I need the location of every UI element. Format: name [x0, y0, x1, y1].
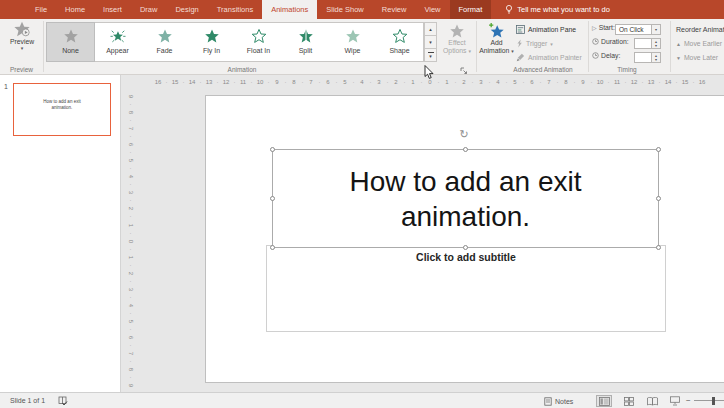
gray-star-icon	[63, 28, 79, 44]
animation-painter-brush-icon	[516, 53, 525, 62]
outline-star-icon	[251, 28, 267, 44]
tab-view[interactable]: View	[415, 0, 449, 19]
start-label-row: ▷ Start:	[592, 24, 615, 31]
effect-options-dropdown-icon: ▾	[468, 48, 471, 54]
reorder-animation-label: Reorder Animation	[676, 26, 724, 33]
subtitle-placeholder-text: Click to add subtitle	[267, 251, 665, 263]
tell-me-box[interactable]: Tell me what you want to do	[505, 0, 610, 19]
add-animation-button[interactable]: Add Animation ▾	[479, 20, 514, 65]
reading-view-button[interactable]	[644, 395, 660, 407]
animation-option-split[interactable]: Split	[282, 23, 329, 61]
horizontal-ruler: 16·15·14·13·12·11·10·9·8·7·6·5·4·3·2·1·0…	[152, 76, 724, 87]
normal-view-icon	[599, 397, 610, 406]
zoom-slider-thumb[interactable]	[712, 397, 715, 405]
main-area: 1 How to add an exit animation. 16·15·14…	[0, 75, 724, 392]
subtitle-placeholder[interactable]: Click to add subtitle	[266, 245, 666, 332]
delay-spinner[interactable]: ▴▾	[652, 52, 661, 63]
duration-field[interactable]	[634, 38, 652, 49]
slide-thumbnail[interactable]: How to add an exit animation.	[13, 83, 111, 136]
slide-canvas[interactable]: Click to add subtitle How to add an exit…	[205, 95, 724, 383]
zoom-slider-track	[694, 400, 724, 401]
zoom-slider[interactable]	[694, 400, 724, 402]
rotation-handle[interactable]: ↻	[460, 128, 469, 141]
animation-option-fly-in[interactable]: Fly In	[188, 23, 235, 61]
slide-number: 1	[4, 83, 8, 90]
effect-options-star-icon	[449, 23, 465, 39]
tab-format[interactable]: Format	[450, 0, 492, 19]
slide-thumbnail-panel: 1 How to add an exit animation.	[0, 75, 121, 392]
selection-handle-middle-left[interactable]	[270, 196, 275, 201]
selection-handle-top-middle[interactable]	[463, 147, 468, 152]
trigger-lightning-icon	[516, 39, 523, 48]
group-separator	[670, 21, 671, 72]
group-separator	[588, 21, 589, 72]
animation-painter-button[interactable]: Animation Painter	[516, 53, 582, 62]
animation-pane-button[interactable]: Animation Pane	[516, 25, 576, 34]
preview-dropdown-icon: ▾	[21, 46, 24, 51]
preview-star-icon	[13, 20, 31, 38]
start-play-icon: ▷	[592, 24, 597, 31]
animation-option-wipe[interactable]: Wipe	[329, 23, 376, 61]
spell-check-icon[interactable]	[58, 396, 68, 406]
animation-option-none[interactable]: None	[47, 23, 94, 61]
tab-review[interactable]: Review	[373, 0, 416, 19]
trigger-dropdown-icon: ▾	[550, 41, 553, 47]
zoom-out-button[interactable]: −	[686, 396, 691, 405]
animation-dialog-launcher[interactable]	[460, 67, 468, 75]
tab-file[interactable]: File	[26, 0, 56, 19]
selection-handle-middle-right[interactable]	[656, 196, 661, 201]
slide-title-text: How to add an exit animation.	[350, 164, 582, 234]
tell-me-label: Tell me what you want to do	[517, 5, 610, 14]
gallery-scroll-up-button[interactable]: ▴	[424, 22, 437, 36]
duration-spinner[interactable]: ▴▾	[652, 38, 661, 49]
timing-group-label: Timing	[592, 66, 662, 73]
animation-option-appear[interactable]: Appear	[94, 23, 141, 61]
animation-option-shape[interactable]: Shape	[376, 23, 423, 61]
title-textbox[interactable]: How to add an exit animation. ↻	[272, 149, 659, 248]
notes-button[interactable]: Notes	[544, 395, 573, 407]
move-earlier-button[interactable]: ▲ Move Earlier	[676, 40, 722, 47]
start-dropdown-arrow[interactable]: ▾	[652, 24, 661, 35]
tab-animations[interactable]: Animations	[262, 0, 317, 19]
move-later-button[interactable]: ▼ Move Later	[676, 54, 718, 61]
slide-sorter-view-button[interactable]	[621, 395, 637, 407]
gallery-scroll-down-button[interactable]: ▾	[424, 36, 437, 49]
powerpoint-window: FileHomeInsertDrawDesignTransitionsAnima…	[0, 0, 724, 408]
thumbnail-title-text: How to add an exit animation.	[14, 99, 110, 111]
trigger-button[interactable]: Trigger ▾	[516, 39, 553, 48]
vertical-ruler: 9·8·7·6·5·4·3·2·1·0·1·2·3·4·5·6·7·8·9	[124, 91, 137, 391]
tab-draw[interactable]: Draw	[131, 0, 167, 19]
ribbon-tab-bar: FileHomeInsertDrawDesignTransitionsAnima…	[0, 0, 724, 19]
gallery-more-button[interactable]: ▾	[424, 49, 437, 62]
delay-field[interactable]	[634, 52, 652, 63]
tab-transitions[interactable]: Transitions	[208, 0, 262, 19]
start-dropdown[interactable]: On Click	[615, 24, 652, 35]
normal-view-button[interactable]	[596, 395, 612, 407]
preview-button[interactable]: Preview ▾	[4, 20, 40, 65]
tab-insert[interactable]: Insert	[94, 0, 131, 19]
filled-star-icon	[204, 28, 220, 44]
effect-options-button[interactable]: Effect Options ▾	[440, 20, 474, 65]
delay-label-row: Delay:	[592, 52, 620, 59]
slide-show-view-button[interactable]	[667, 395, 683, 407]
animation-option-fade[interactable]: Fade	[141, 23, 188, 61]
burst-star-icon	[110, 28, 126, 44]
selection-handle-bottom-right[interactable]	[656, 245, 661, 250]
animation-gallery: NoneAppearFadeFly InFloat InSplitWipeSha…	[46, 22, 424, 62]
selection-handle-bottom-middle[interactable]	[463, 245, 468, 250]
preview-group-label: Preview	[0, 66, 43, 73]
slide-show-icon	[670, 396, 680, 406]
selection-handle-top-left[interactable]	[270, 147, 275, 152]
selection-handle-bottom-left[interactable]	[270, 245, 275, 250]
slide-sorter-icon	[624, 397, 634, 406]
animation-option-float-in[interactable]: Float In	[235, 23, 282, 61]
slide-indicator: Slide 1 of 1	[10, 397, 45, 404]
tab-home[interactable]: Home	[56, 0, 94, 19]
tab-design[interactable]: Design	[166, 0, 207, 19]
ribbon-tabs: FileHomeInsertDrawDesignTransitionsAnima…	[26, 0, 491, 19]
ribbon: Preview ▾ Preview NoneAppearFadeFly InFl…	[0, 19, 724, 75]
outline-star-icon	[392, 28, 408, 44]
light-star-icon	[345, 28, 361, 44]
tab-slide-show[interactable]: Slide Show	[317, 0, 373, 19]
selection-handle-top-right[interactable]	[656, 147, 661, 152]
